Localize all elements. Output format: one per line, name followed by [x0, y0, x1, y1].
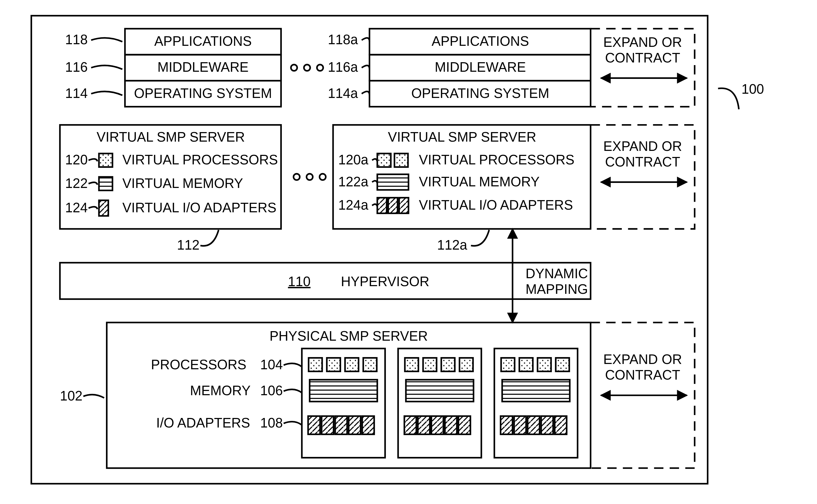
stack-left: APPLICATIONS MIDDLEWARE OPERATING SYSTEM — [125, 29, 281, 107]
svg-text:APPLICATIONS: APPLICATIONS — [154, 34, 252, 49]
ref-118: 118 — [65, 32, 88, 47]
ref-116a: 116a — [328, 60, 358, 75]
svg-rect-68 — [423, 358, 437, 371]
svg-rect-45 — [399, 198, 408, 213]
svg-text:CONTRACT: CONTRACT — [605, 50, 680, 65]
vsmp-left: VIRTUAL SMP SERVER VIRTUAL PROCESSORS VI… — [60, 125, 281, 229]
cell-2 — [398, 349, 481, 458]
svg-rect-75 — [445, 416, 457, 434]
svg-text:MAPPING: MAPPING — [526, 282, 588, 297]
svg-rect-39 — [394, 154, 408, 167]
svg-text:CONTRACT: CONTRACT — [605, 367, 680, 383]
svg-point-34 — [306, 174, 313, 180]
svg-rect-85 — [528, 416, 540, 434]
svg-rect-76 — [459, 416, 470, 434]
svg-rect-41 — [377, 174, 408, 190]
svg-rect-56 — [308, 358, 322, 371]
svg-rect-73 — [418, 416, 430, 434]
svg-text:I/O ADAPTERS: I/O ADAPTERS — [156, 415, 250, 430]
svg-rect-71 — [406, 380, 474, 402]
svg-rect-79 — [519, 358, 533, 371]
ref-118a: 118a — [328, 32, 358, 47]
svg-rect-59 — [363, 358, 377, 371]
svg-rect-31 — [99, 200, 108, 216]
svg-text:CONTRACT: CONTRACT — [605, 154, 680, 169]
svg-text:OPERATING SYSTEM: OPERATING SYSTEM — [411, 86, 549, 101]
svg-text:VIRTUAL I/O ADAPTERS: VIRTUAL I/O ADAPTERS — [122, 200, 276, 215]
ref-114: 114 — [65, 86, 88, 101]
svg-text:PROCESSORS: PROCESSORS — [151, 357, 246, 372]
svg-text:EXPAND OR: EXPAND OR — [603, 352, 682, 367]
cell-3 — [495, 349, 578, 458]
svg-text:VIRTUAL I/O ADAPTERS: VIRTUAL I/O ADAPTERS — [419, 197, 573, 213]
svg-rect-60 — [309, 380, 377, 402]
svg-rect-67 — [405, 358, 419, 371]
ref-108: 108 — [260, 415, 283, 430]
svg-text:HYPERVISOR: HYPERVISOR — [341, 274, 429, 289]
svg-rect-72 — [404, 416, 416, 434]
svg-text:EXPAND OR: EXPAND OR — [603, 35, 682, 50]
svg-rect-27 — [99, 154, 113, 167]
ref-112a: 112a — [437, 237, 468, 253]
svg-text:OPERATING SYSTEM: OPERATING SYSTEM — [134, 86, 272, 101]
svg-text:VIRTUAL MEMORY: VIRTUAL MEMORY — [419, 174, 540, 189]
svg-text:MIDDLEWARE: MIDDLEWARE — [157, 60, 248, 75]
svg-point-15 — [317, 65, 323, 71]
svg-text:VIRTUAL PROCESSORS: VIRTUAL PROCESSORS — [122, 152, 278, 167]
ref-114a: 114a — [328, 86, 358, 101]
svg-rect-64 — [349, 416, 361, 434]
svg-rect-80 — [538, 358, 551, 371]
svg-text:DYNAMIC: DYNAMIC — [526, 266, 588, 281]
svg-rect-74 — [432, 416, 443, 434]
svg-rect-61 — [308, 416, 320, 434]
svg-rect-70 — [460, 358, 473, 371]
ref-120a: 120a — [338, 152, 368, 167]
svg-text:MIDDLEWARE: MIDDLEWARE — [435, 60, 526, 75]
svg-rect-84 — [514, 416, 526, 434]
ref-100: 100 — [742, 82, 764, 97]
ref-106: 106 — [260, 383, 283, 398]
svg-rect-57 — [327, 358, 340, 371]
svg-text:VIRTUAL MEMORY: VIRTUAL MEMORY — [122, 176, 243, 191]
svg-point-13 — [291, 65, 297, 71]
svg-text:EXPAND OR: EXPAND OR — [603, 139, 682, 154]
svg-rect-83 — [501, 416, 513, 434]
svg-rect-43 — [377, 198, 386, 213]
ref-102: 102 — [60, 388, 82, 403]
ref-122a: 122a — [338, 174, 368, 189]
svg-rect-87 — [555, 416, 567, 434]
svg-rect-82 — [502, 380, 570, 402]
svg-rect-86 — [541, 416, 553, 434]
svg-point-14 — [304, 65, 310, 71]
ref-104: 104 — [260, 357, 283, 372]
svg-rect-81 — [556, 358, 569, 371]
cell-1 — [302, 349, 385, 458]
svg-text:APPLICATIONS: APPLICATIONS — [432, 34, 529, 49]
ref-116: 116 — [65, 60, 88, 75]
hypervisor-box — [60, 263, 591, 299]
svg-rect-62 — [321, 416, 333, 434]
svg-rect-63 — [335, 416, 347, 434]
ref-124: 124 — [65, 200, 88, 215]
svg-rect-69 — [441, 358, 455, 371]
svg-text:VIRTUAL SMP SERVER: VIRTUAL SMP SERVER — [388, 129, 536, 145]
ref-122: 122 — [65, 176, 88, 191]
ref-110: 110 — [288, 274, 310, 289]
svg-point-33 — [293, 174, 300, 180]
svg-text:PHYSICAL SMP SERVER: PHYSICAL SMP SERVER — [269, 329, 428, 344]
svg-text:VIRTUAL SMP SERVER: VIRTUAL SMP SERVER — [97, 129, 245, 145]
svg-rect-44 — [388, 198, 397, 213]
svg-text:VIRTUAL PROCESSORS: VIRTUAL PROCESSORS — [419, 152, 575, 167]
diagram: 100 APPLICATIONS MIDDLEWARE OPERATING SY… — [5, 5, 812, 494]
svg-point-35 — [320, 174, 326, 180]
svg-rect-58 — [345, 358, 358, 371]
svg-rect-65 — [362, 416, 374, 434]
svg-rect-78 — [501, 358, 515, 371]
ref-124a: 124a — [338, 197, 368, 213]
ref-120: 120 — [65, 152, 88, 167]
vsmp-right: VIRTUAL SMP SERVER VIRTUAL PROCESSORS VI… — [333, 125, 591, 229]
svg-rect-38 — [377, 154, 391, 167]
svg-rect-29 — [99, 177, 113, 190]
svg-text:MEMORY: MEMORY — [190, 383, 250, 398]
ref-112: 112 — [177, 237, 199, 253]
